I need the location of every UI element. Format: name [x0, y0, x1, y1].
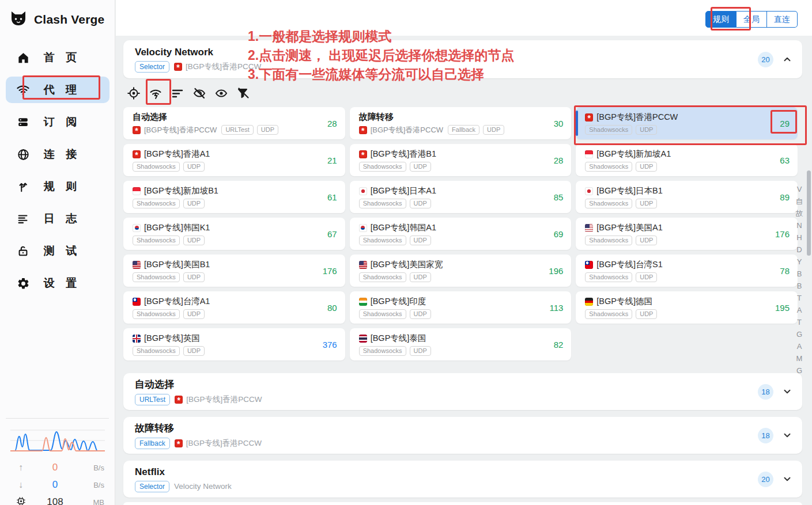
proxy-card[interactable]: [BGP专线]韩国A1 ShadowsocksUDP 69 — [350, 218, 572, 250]
proxy-tag: Shadowsocks — [133, 346, 180, 356]
download-value: 0 — [31, 479, 79, 491]
scroll-index-letter[interactable]: 故 — [794, 207, 805, 219]
proxy-card[interactable]: [BGP专线]日本A1 ShadowsocksUDP 85 — [350, 181, 572, 213]
scroll-index-letter[interactable]: 自 — [794, 195, 805, 207]
proxy-latency: 376 — [318, 340, 337, 350]
sidebar-item-subscription[interactable]: 订 阅 — [6, 109, 109, 135]
group-scroll-index[interactable]: V自故NHDYBBTATGAMG — [794, 183, 805, 377]
scroll-index-letter[interactable]: B — [794, 280, 805, 292]
proxy-card[interactable]: [BGP专线]香港B1 ShadowsocksUDP 28 — [350, 144, 572, 176]
proxy-card[interactable]: [BGP专线]日本B1 ShadowsocksUDP 89 — [576, 181, 798, 213]
group-name: 自动选择 — [135, 378, 758, 391]
proxy-latency: 85 — [543, 192, 563, 202]
sort-icon[interactable] — [171, 86, 184, 100]
scroll-index-letter[interactable]: V — [794, 183, 805, 195]
proxy-card-title: [BGP专线]泰国 — [371, 333, 426, 344]
sidebar: Clash Verge 首 页 代 理 订 阅 连 接 规 则 日 志 — [0, 0, 115, 505]
proxy-card[interactable]: [BGP专线]新加坡A1 ShadowsocksUDP 63 — [576, 144, 798, 176]
proxy-card[interactable]: [BGP专线]美国B1 ShadowsocksUDP 176 — [123, 255, 345, 287]
proxy-card-title: [BGP专线]日本B1 — [596, 185, 662, 196]
scroll-index-letter[interactable]: H — [794, 231, 805, 244]
traffic-panel: ↑ 0 B/s ↓ 0 B/s 108 MB — [6, 418, 109, 505]
proxy-group-row-Netflix[interactable]: Netflix Selector Velocity Network 20 — [123, 461, 802, 498]
scroll-index-letter[interactable]: D — [794, 244, 805, 256]
sidebar-item-settings[interactable]: 设 置 — [6, 270, 109, 297]
mode-button-规则[interactable]: 规则 — [705, 11, 737, 28]
scroll-index-letter[interactable]: A — [794, 304, 805, 316]
proxy-card[interactable]: [BGP专线]美国A1 ShadowsocksUDP 176 — [576, 218, 798, 250]
proxy-card-title: [BGP专线]新加坡A1 — [596, 149, 671, 160]
proxy-card-title: [BGP专线]香港PCCW — [596, 112, 678, 123]
sidebar-item-home[interactable]: 首 页 — [6, 44, 109, 71]
proxy-latency: 195 — [770, 303, 790, 313]
proxy-card[interactable]: [BGP专线]台湾A1 ShadowsocksUDP 80 — [123, 291, 345, 324]
chevron-down-icon[interactable] — [781, 386, 793, 397]
proxy-tag: UDP — [636, 236, 657, 245]
proxy-latency: 89 — [770, 192, 790, 202]
proxy-latency: 113 — [543, 303, 563, 313]
proxy-group-row-故障转移[interactable]: 故障转移 Fallback [BGP专线]香港PCCW 18 — [123, 417, 802, 454]
mode-button-group: 规则全局直连 — [705, 11, 798, 28]
proxy-tag: Shadowsocks — [359, 236, 406, 245]
scroll-index-letter[interactable]: N — [794, 219, 805, 231]
proxy-card-title: [BGP专线]台湾A1 — [144, 296, 210, 307]
speed-test-icon[interactable] — [149, 86, 163, 100]
memory-stat[interactable]: 108 MB — [6, 493, 109, 505]
flag-us-icon — [133, 261, 141, 269]
proxy-card[interactable]: [BGP专线]印度 ShadowsocksUDP 113 — [350, 291, 572, 324]
scroll-index-letter[interactable]: M — [794, 352, 805, 364]
chevron-down-icon[interactable] — [781, 473, 793, 485]
proxy-card-title: [BGP专线]香港B1 — [371, 149, 436, 160]
home-icon — [16, 51, 30, 64]
scroll-index-letter[interactable]: A — [794, 340, 805, 352]
proxy-tag: Fallback — [448, 125, 479, 135]
eye-icon[interactable] — [214, 86, 228, 100]
proxy-card[interactable]: [BGP专线]美国家宽 ShadowsocksUDP 196 — [350, 255, 572, 287]
sidebar-item-logs[interactable]: 日 志 — [6, 206, 109, 232]
group-type-tag: Selector — [135, 481, 169, 492]
arrow-up-icon: ↑ — [10, 462, 31, 473]
sidebar-item-test[interactable]: 测 试 — [6, 238, 109, 264]
scroll-index-letter[interactable]: G — [794, 364, 805, 377]
scroll-index-letter[interactable]: T — [794, 292, 805, 304]
proxy-card[interactable]: [BGP专线]韩国K1 ShadowsocksUDP 67 — [123, 218, 345, 250]
chevron-up-icon[interactable] — [781, 54, 793, 65]
proxy-card[interactable]: [BGP专线]台湾S1 ShadowsocksUDP 78 — [576, 255, 798, 287]
proxy-card[interactable]: [BGP专线]泰国 ShadowsocksUDP 82 — [350, 328, 572, 360]
sidebar-item-rules[interactable]: 规 则 — [6, 173, 109, 200]
proxy-card[interactable]: 自动选择 [BGP专线]香港PCCWURLTestUDP 28 — [123, 107, 345, 139]
proxy-tag: Shadowsocks — [133, 236, 180, 245]
proxy-tag: UDP — [410, 272, 431, 282]
proxy-card[interactable]: [BGP专线]新加坡B1 ShadowsocksUDP 61 — [123, 181, 345, 213]
proxy-tag: UDP — [636, 162, 657, 172]
mode-button-直连[interactable]: 直连 — [767, 11, 798, 28]
scroll-index-letter[interactable]: Y — [794, 256, 805, 268]
proxy-card[interactable]: [BGP专线]英国 ShadowsocksUDP 376 — [123, 328, 345, 360]
proxy-tag: Shadowsocks — [359, 162, 406, 172]
group-header-velocity-network[interactable]: Velocity Network Selector [BGP专线]香港PCCW … — [123, 40, 802, 78]
proxy-card[interactable]: [BGP专线]德国 ShadowsocksUDP 195 — [576, 291, 798, 324]
memory-value: 108 — [31, 496, 79, 505]
locate-icon[interactable] — [127, 86, 141, 100]
flag-sg-icon — [585, 150, 593, 158]
chip-icon — [10, 496, 31, 505]
proxy-card[interactable]: 故障转移 [BGP专线]香港PCCWFallbackUDP 30 — [350, 107, 572, 139]
scroll-index-letter[interactable]: T — [794, 316, 805, 328]
proxy-card[interactable]: [BGP专线]香港A1 ShadowsocksUDP 21 — [123, 144, 345, 176]
proxy-card-title: [BGP专线]英国 — [144, 333, 200, 344]
proxy-group-row-自动选择[interactable]: 自动选择 URLTest [BGP专线]香港PCCW 18 — [123, 373, 802, 410]
sidebar-item-connections[interactable]: 连 接 — [6, 141, 109, 168]
scroll-index-letter[interactable]: G — [794, 328, 805, 340]
scrollbar-thumb[interactable] — [807, 170, 811, 256]
proxy-card-selected[interactable]: [BGP专线]香港PCCW ShadowsocksUDP 29 — [576, 107, 798, 139]
wifi-icon — [16, 83, 30, 97]
scroll-index-letter[interactable]: B — [794, 268, 805, 280]
eye-off-icon[interactable] — [192, 86, 206, 100]
filter-off-icon[interactable] — [236, 86, 250, 100]
chevron-down-icon[interactable] — [781, 430, 793, 441]
proxy-latency: 21 — [318, 155, 337, 165]
sidebar-item-proxy[interactable]: 代 理 — [6, 77, 109, 103]
mode-button-全局[interactable]: 全局 — [737, 11, 767, 28]
proxy-tag: Shadowsocks — [359, 199, 406, 208]
proxy-latency: 80 — [318, 303, 337, 313]
